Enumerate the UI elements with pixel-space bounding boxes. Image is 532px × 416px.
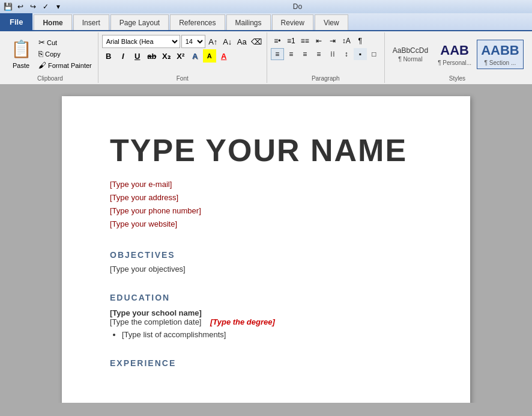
completion-line: [Type the completion date] [Type the deg…	[110, 317, 422, 326]
copy-button[interactable]: ⎘ Copy	[36, 49, 94, 59]
bold-button[interactable]: B	[102, 49, 115, 63]
show-formatting-button[interactable]: ¶	[354, 35, 367, 47]
tab-bar: File Home Insert Page Layout References …	[0, 13, 532, 30]
multilevel-list-button[interactable]: ≡≡	[298, 35, 312, 47]
redo-button[interactable]: ↪	[28, 1, 38, 12]
cut-button[interactable]: ✂ Cut	[36, 37, 94, 47]
tab-home[interactable]: Home	[34, 14, 71, 30]
address-field: [Type your address]	[110, 191, 422, 204]
school-name: [Type your school name]	[110, 308, 422, 317]
style-section[interactable]: AABB ¶ Section ...	[477, 40, 524, 69]
underline-button[interactable]: U	[131, 49, 144, 63]
column-button[interactable]: ⁞⁞	[326, 48, 339, 60]
decrease-font-button[interactable]: A↓	[221, 35, 234, 48]
numbering-button[interactable]: ≡1	[285, 35, 298, 47]
format-painter-label: Format Painter	[48, 62, 92, 69]
tab-mailings[interactable]: Mailings	[226, 14, 271, 30]
line-spacing-button[interactable]: ↕	[340, 48, 353, 60]
tab-file[interactable]: File	[0, 13, 32, 30]
document-area: TYPE YOUR NAME [Type your e-mail] [Type …	[0, 84, 532, 403]
subscript-button[interactable]: X₂	[160, 49, 173, 63]
paste-label: Paste	[13, 62, 29, 69]
contact-info: [Type your e-mail] [Type your address] […	[110, 178, 422, 231]
border-button[interactable]: □	[367, 48, 381, 60]
styles-group: AaBbCcDd ¶ Normal AAB ¶ Personal... AABB…	[385, 32, 530, 83]
save-button[interactable]: 💾	[2, 1, 13, 12]
superscript-button[interactable]: X²	[174, 49, 187, 63]
document-title: TYPE YOUR NAME	[110, 132, 422, 168]
paste-icon: 📋	[10, 37, 32, 61]
style-personal-label: ¶ Personal...	[438, 60, 471, 66]
style-normal-label: ¶ Normal	[398, 56, 422, 63]
justify-button[interactable]: ≡	[312, 48, 325, 60]
shading-button[interactable]: ▪	[354, 48, 367, 60]
website-field: [Type your website]	[110, 218, 422, 231]
accomplishment-item: [Type list of accomplishments]	[122, 330, 422, 339]
clipboard-label: Clipboard	[2, 75, 98, 82]
font-label: Font	[98, 75, 267, 82]
format-painter-icon: 🖌	[38, 61, 46, 70]
clipboard-group: 📋 Paste ✂ Cut ⎘ Copy 🖌 Format Painter Cl…	[2, 32, 98, 83]
style-normal-preview: AaBbCcDd	[393, 46, 428, 55]
spelling-button[interactable]: ✓	[40, 1, 51, 12]
strikethrough-button[interactable]: ab	[145, 49, 159, 63]
style-section-preview: AABB	[481, 43, 519, 58]
undo-button[interactable]: ↩	[15, 1, 26, 12]
font-group: Arial Black (Hea 14 A↑ A↓ Aa ⌫ B I U ab …	[98, 32, 267, 83]
tab-insert[interactable]: Insert	[73, 14, 109, 30]
increase-indent-button[interactable]: ⇥	[326, 35, 339, 47]
document-page: TYPE YOUR NAME [Type your e-mail] [Type …	[62, 96, 470, 403]
objectives-heading: OBJECTIVES	[110, 250, 422, 260]
tab-references[interactable]: References	[170, 14, 225, 30]
text-effect-button[interactable]: A	[189, 49, 202, 63]
align-right-button[interactable]: ≡	[298, 48, 312, 60]
copy-icon: ⎘	[38, 49, 43, 58]
tab-review[interactable]: Review	[272, 14, 313, 30]
cut-icon: ✂	[38, 38, 45, 47]
decrease-indent-button[interactable]: ⇤	[312, 35, 325, 47]
accomplishments-list: [Type list of accomplishments]	[110, 330, 422, 339]
paste-button[interactable]: 📋 Paste	[6, 35, 36, 71]
increase-font-button[interactable]: A↑	[207, 35, 220, 48]
font-family-selector[interactable]: Arial Black (Hea	[102, 35, 180, 48]
cut-label: Cut	[47, 39, 57, 46]
style-personal[interactable]: AAB ¶ Personal...	[434, 40, 476, 69]
tab-page-layout[interactable]: Page Layout	[110, 14, 169, 30]
style-normal[interactable]: AaBbCcDd ¶ Normal	[388, 43, 432, 66]
completion-date: [Type the completion date]	[110, 317, 201, 326]
font-color-button[interactable]: A	[217, 49, 231, 63]
format-painter-button[interactable]: 🖌 Format Painter	[36, 60, 94, 70]
experience-heading: EXPERIENCE	[110, 358, 422, 368]
quick-access-dropdown[interactable]: ▾	[53, 1, 64, 12]
education-heading: EDUCATION	[110, 293, 422, 302]
sort-button[interactable]: ↕A	[340, 35, 353, 47]
style-section-label: ¶ Section ...	[485, 60, 516, 66]
style-personal-preview: AAB	[440, 43, 469, 58]
quick-access-toolbar: 💾 ↩ ↪ ✓ ▾ Do	[0, 0, 532, 13]
styles-label: Styles	[385, 75, 530, 82]
change-case-button[interactable]: Aa	[235, 35, 249, 48]
copy-label: Copy	[45, 50, 61, 58]
paragraph-group: ≡• ≡1 ≡≡ ⇤ ⇥ ↕A ¶ ≡ ≡ ≡ ≡ ⁞⁞ ↕ ▪ □ Parag…	[267, 32, 385, 83]
title-bar-text: Do	[293, 2, 302, 11]
font-size-selector[interactable]: 14	[181, 35, 205, 48]
ribbon: 📋 Paste ✂ Cut ⎘ Copy 🖌 Format Painter Cl…	[0, 30, 532, 84]
bullets-button[interactable]: ≡•	[271, 35, 284, 47]
italic-button[interactable]: I	[116, 49, 130, 63]
clear-format-button[interactable]: ⌫	[250, 35, 263, 48]
paragraph-label: Paragraph	[267, 75, 384, 82]
objectives-content: [Type your objectives]	[110, 265, 422, 274]
align-center-button[interactable]: ≡	[285, 48, 298, 60]
clipboard-right: ✂ Cut ⎘ Copy 🖌 Format Painter	[36, 35, 94, 70]
email-field: [Type your e-mail]	[110, 178, 422, 191]
highlight-button[interactable]: A	[203, 49, 216, 63]
degree-field: [Type the degree]	[210, 317, 275, 326]
phone-field: [Type your phone number]	[110, 204, 422, 218]
align-left-button[interactable]: ≡	[271, 48, 284, 60]
tab-view[interactable]: View	[315, 14, 348, 30]
